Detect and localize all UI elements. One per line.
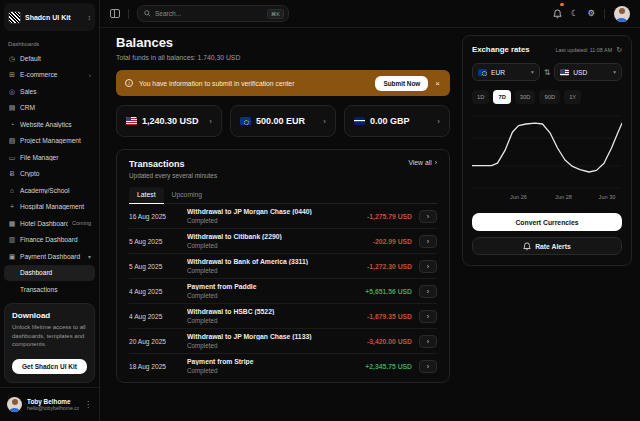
submit-now-button[interactable]: Submit Now <box>375 76 428 91</box>
sidebar-subitem-dashboard[interactable]: Dashboard <box>4 265 95 282</box>
user-profile[interactable]: Toby Belhome hello@tobybelhome.com ⋮ <box>0 387 99 421</box>
refresh-icon[interactable]: ↻ <box>616 46 622 54</box>
shopping-bag-icon: ⊞ <box>8 71 16 78</box>
sidebar-item-sales[interactable]: ◎ Sales <box>4 83 95 100</box>
period-90d[interactable]: 90D <box>539 90 560 104</box>
search-input[interactable] <box>155 10 263 17</box>
sidebar-item-hotel-dashboard[interactable]: ▦ Hotel Dashboard Coming <box>4 215 95 232</box>
sidebar-item-file-manager[interactable]: ▭ File Manager <box>4 149 95 166</box>
transactions-tabs: Latest Upcoming <box>129 187 437 204</box>
transaction-amount: -3,420.00 USD <box>367 338 412 345</box>
sidebar-item-crm[interactable]: ▤ CRM <box>4 100 95 117</box>
sidebar-item-hospital-management[interactable]: + Hospital Management <box>4 199 95 216</box>
sidebar-item-payment-dashboard[interactable]: ▣ Payment Dashboard ▾ <box>4 248 95 265</box>
tab-upcoming[interactable]: Upcoming <box>164 187 211 203</box>
transaction-row: 5 Aug 2025 Withdrawal to Bank of America… <box>129 254 437 279</box>
period-1d[interactable]: 1D <box>472 90 489 104</box>
bitcoin-icon: Ƀ <box>8 170 16 177</box>
convert-currencies-button[interactable]: Convert Currencies <box>472 213 622 231</box>
bell-icon <box>523 242 531 251</box>
folder-icon: ▭ <box>8 154 16 161</box>
settings-button[interactable]: ⚙ <box>587 9 595 18</box>
tab-latest[interactable]: Latest <box>129 187 164 203</box>
sidebar-subitem-transactions[interactable]: Transactions <box>4 281 95 298</box>
chevron-down-icon: ▾ <box>531 69 534 75</box>
row-detail-button[interactable]: › <box>419 285 437 298</box>
analytics-icon: ◔ <box>8 121 16 128</box>
sidebar-item-website-analytics[interactable]: ◔ Website Analytics <box>4 116 95 133</box>
clock-icon: ◷ <box>8 55 16 62</box>
usd-balance: 1,240.30 USD <box>142 116 199 126</box>
more-options-icon[interactable]: ⋮ <box>84 400 92 409</box>
brand-name: Shadcn UI Kit <box>25 14 84 21</box>
account-card-usd[interactable]: 1,240.30 USD › <box>116 105 222 137</box>
swap-currencies-icon[interactable]: ⇅ <box>544 68 551 77</box>
status-text: Completed <box>187 342 367 349</box>
verification-banner: You have information to submit in verifi… <box>116 70 450 96</box>
rate-chart: Jun 26 Jun 28 Jun 30 <box>472 112 622 204</box>
status-text: Completed <box>187 367 365 374</box>
transaction-row: 20 Aug 2025 Withdrawal to JP Morgan Chas… <box>129 329 437 354</box>
us-flag-icon <box>560 69 569 76</box>
topbar-avatar[interactable] <box>614 6 630 22</box>
sidebar-item-default[interactable]: ◷ Default <box>4 50 95 67</box>
transactions-card: Transactions Updated every several minut… <box>116 149 450 383</box>
status-text: Completed <box>187 217 367 224</box>
view-all-link[interactable]: View all › <box>408 159 437 166</box>
account-card-eur[interactable]: 500.00 EUR › <box>230 105 336 137</box>
row-detail-button[interactable]: › <box>419 235 437 248</box>
total-funds-text: Total funds in all balances: 1.740,30 US… <box>116 54 450 61</box>
account-card-gbp[interactable]: 0.00 GBP › <box>344 105 450 137</box>
main-area: ⌘K ☾ ⚙ Balances Total funds in all balan… <box>100 0 640 421</box>
transaction-amount: -1,679.35 USD <box>367 313 412 320</box>
exchange-rates-panel: Exchange rates Last updated: 11:08 AM ↻ … <box>462 35 632 413</box>
from-currency-select[interactable]: EUR ▾ <box>472 63 540 81</box>
from-currency-value: EUR <box>491 69 527 76</box>
to-currency-value: USD <box>573 69 609 76</box>
row-detail-button[interactable]: › <box>419 210 437 223</box>
workspace-switcher[interactable]: Shadcn UI Kit ↕ <box>4 3 95 31</box>
period-1y[interactable]: 1Y <box>564 90 581 104</box>
graduation-cap-icon: ⌂ <box>8 187 16 194</box>
row-detail-button[interactable]: › <box>419 335 437 348</box>
get-ui-kit-button[interactable]: Get Shadcn UI Kit <box>12 359 87 374</box>
sidebar-item-crypto[interactable]: Ƀ Crypto <box>4 166 95 183</box>
period-30d[interactable]: 30D <box>515 90 536 104</box>
badge-dollar-icon: ◎ <box>8 88 16 95</box>
folder-kanban-icon: ▧ <box>8 137 16 144</box>
row-detail-button[interactable]: › <box>419 260 437 273</box>
sidebar-item-project-management[interactable]: ▧ Project Management <box>4 133 95 150</box>
rate-line <box>472 123 622 172</box>
chevron-right-icon: › <box>89 72 91 78</box>
period-selector: 1D 7D 30D 90D 1Y <box>472 90 622 104</box>
chevrons-up-down-icon: ↕ <box>88 14 92 21</box>
sidebar-item-academy-school[interactable]: ⌂ Academy/School <box>4 182 95 199</box>
period-7d[interactable]: 7D <box>493 90 510 104</box>
status-text: Completed <box>187 242 373 249</box>
to-currency-select[interactable]: USD ▾ <box>554 63 622 81</box>
credit-card-icon: ▣ <box>8 253 16 260</box>
chevron-right-icon: › <box>435 159 437 166</box>
search-icon <box>144 10 151 17</box>
row-detail-button[interactable]: › <box>419 360 437 373</box>
sidebar: Shadcn UI Kit ↕ Dashboards ◷ Default ⊞ E… <box>0 0 100 421</box>
sidebar-item-ecommerce[interactable]: ⊞ E-commerce › <box>4 67 95 84</box>
us-flag-icon <box>126 117 137 125</box>
row-detail-button[interactable]: › <box>419 310 437 323</box>
rate-alerts-button[interactable]: Rate Alerts <box>472 237 622 255</box>
user-name: Toby Belhome <box>27 398 79 405</box>
notifications-button[interactable] <box>553 5 562 23</box>
info-icon <box>125 79 133 87</box>
search-box[interactable]: ⌘K <box>137 5 289 22</box>
moon-icon: ☾ <box>571 8 579 18</box>
transaction-row: 16 Aug 2025 Withdrawal to JP Morgan Chas… <box>129 204 437 229</box>
sidebar-toggle-icon[interactable] <box>110 9 120 18</box>
transaction-amount: -1,275.79 USD <box>367 213 412 220</box>
exchange-rates-title: Exchange rates <box>472 45 552 54</box>
page-title: Balances <box>116 35 450 50</box>
last-updated-text: Last updated: 11:08 AM <box>556 47 613 53</box>
sidebar-item-finance-dashboard[interactable]: ▥ Finance Dashboard <box>4 232 95 249</box>
dark-mode-toggle[interactable]: ☾ <box>571 9 579 18</box>
close-icon[interactable]: × <box>434 79 441 88</box>
chevron-right-icon: › <box>209 117 212 126</box>
